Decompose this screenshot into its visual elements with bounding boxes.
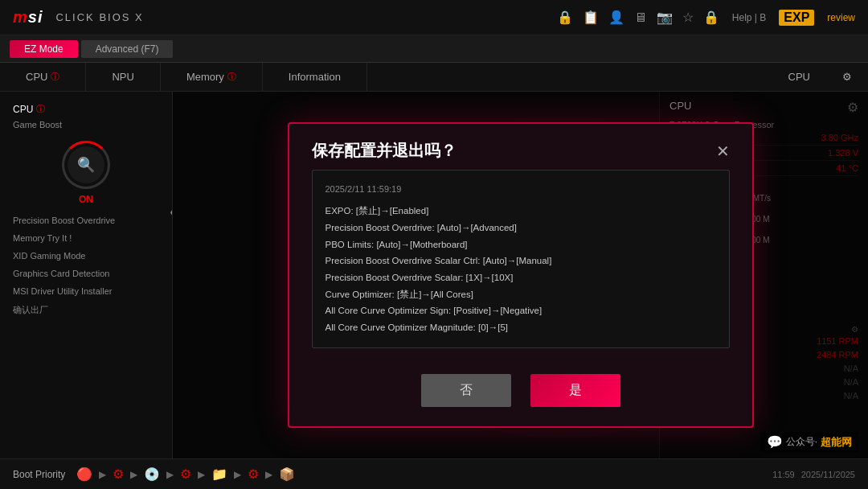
tab-cpu-right[interactable]: CPU: [772, 63, 826, 91]
dialog-title: 保存配置并退出吗？: [312, 140, 457, 162]
on-badge: ON: [0, 194, 172, 205]
arrow-6: ▶: [265, 469, 272, 480]
sidebar-info-icon: ⓘ: [36, 103, 45, 115]
tab-cpu[interactable]: CPU ⓘ: [0, 63, 86, 91]
wm-prefix: 公众号·: [786, 435, 817, 449]
boot-icon-3[interactable]: 💿: [144, 466, 160, 482]
arrow-1: ▶: [99, 469, 106, 480]
arrow-3: ▶: [166, 469, 174, 480]
lock2-icon[interactable]: 🔒: [703, 10, 719, 25]
change-3: Precision Boost Overdrive Scalar Ctrl: […: [326, 253, 716, 269]
boot-icon-5[interactable]: 📁: [211, 466, 227, 482]
change-6: All Core Curve Optimizer Sign: [Positive…: [326, 302, 716, 319]
sidebar-item-memory-try[interactable]: Memory Try It !: [0, 229, 172, 247]
no-button[interactable]: 否: [421, 374, 511, 407]
info-icon-memory: ⓘ: [227, 71, 236, 83]
change-5: Curve Optimizer: [禁止]→[All Cores]: [326, 286, 716, 303]
right-panel: CPU ⚙ 7 9700X 8-Core Processor 3.80 GHz …: [173, 92, 868, 458]
boot-icon-2[interactable]: ⚙: [113, 466, 124, 482]
sidebar-cpu-title: CPU ⓘ: [0, 100, 172, 118]
magnify-icon: 🔍: [77, 156, 95, 174]
advanced-mode-button[interactable]: Advanced (F7): [81, 40, 174, 58]
save-exit-dialog: 保存配置并退出吗？ ✕ 2025/2/11 11:59:19 EXPO: [禁止…: [288, 122, 754, 427]
change-7: All Core Curve Optimizer Magnitude: [0]→…: [326, 319, 716, 336]
change-4: Precision Boost Overdrive Scalar: [1X]→[…: [326, 269, 716, 286]
nav-tabs: CPU ⓘ NPU Memory ⓘ Information CPU ⚙: [0, 63, 868, 92]
main-layout: CPU ⓘ Game Boost 🔍 ON ❮ Precision Boost …: [0, 92, 868, 458]
bios-title: CLICK BIOS X: [55, 11, 143, 23]
tab-information[interactable]: Information: [263, 63, 367, 91]
cpu-gauge: 🔍: [62, 141, 110, 189]
sidebar-item-factory[interactable]: 确认出厂: [0, 300, 172, 320]
dialog-timestamp: 2025/2/11 11:59:19: [326, 182, 716, 198]
clipboard-icon[interactable]: 📋: [583, 10, 599, 25]
star-icon[interactable]: ☆: [682, 10, 694, 25]
arrow-5: ▶: [234, 469, 241, 480]
ez-mode-button[interactable]: EZ Mode: [10, 40, 78, 58]
dialog-close-button[interactable]: ✕: [716, 143, 730, 159]
dialog-overlay: 保存配置并退出吗？ ✕ 2025/2/11 11:59:19 EXPO: [禁止…: [173, 92, 868, 458]
dialog-footer: 否 是: [289, 361, 752, 426]
mode-bar: EZ Mode Advanced (F7): [0, 35, 868, 63]
boot-icon-1[interactable]: 🔴: [76, 466, 92, 482]
dialog-header: 保存配置并退出吗？ ✕: [289, 124, 752, 170]
lock-icon[interactable]: 🔒: [557, 10, 573, 25]
monitor-icon[interactable]: 🖥: [634, 10, 647, 25]
boot-priority-label: Boot Priority: [13, 469, 65, 480]
change-0: EXPO: [禁止]→[Enabled]: [326, 203, 716, 220]
change-1: Precision Boost Overdrive: [Auto]→[Advan…: [326, 220, 716, 236]
boot-icon-7[interactable]: 📦: [279, 466, 295, 482]
header-icons: 🔒 📋 👤 🖥 📷 ☆ 🔒: [557, 10, 719, 25]
user-icon[interactable]: 👤: [608, 10, 624, 25]
sidebar: CPU ⓘ Game Boost 🔍 ON ❮ Precision Boost …: [0, 92, 173, 458]
watermark: 💬 公众号· 超能网: [760, 432, 858, 452]
dialog-content-box: 2025/2/11 11:59:19 EXPO: [禁止]→[Enabled] …: [312, 170, 730, 347]
exp-badge: EXP: [779, 10, 814, 26]
exp-preview: review: [827, 12, 855, 23]
sidebar-subtitle: Game Boost: [0, 118, 172, 136]
wechat-icon: 💬: [767, 434, 783, 450]
help-text: Help | B: [732, 12, 766, 23]
camera-icon[interactable]: 📷: [657, 10, 673, 25]
info-icon-cpu: ⓘ: [51, 71, 59, 83]
yes-button[interactable]: 是: [530, 374, 620, 407]
bottom-bar: Boot Priority 🔴 ▶ ⚙ ▶ 💿 ▶ ⚙ ▶ 📁 ▶ ⚙ ▶ 📦 …: [0, 458, 868, 489]
tab-npu[interactable]: NPU: [86, 63, 160, 91]
sidebar-item-gpu-detect[interactable]: Graphics Card Detection: [0, 265, 172, 282]
boot-icon-6[interactable]: ⚙: [248, 466, 259, 482]
sidebar-item-xid-gaming[interactable]: XID Gaming Mode: [0, 247, 172, 265]
date-display: 2025/11/2025: [801, 470, 855, 479]
dialog-body: 2025/2/11 11:59:19 EXPO: [禁止]→[Enabled] …: [289, 170, 752, 360]
msi-logo: msi: [13, 8, 43, 27]
settings-gear-icon[interactable]: ⚙: [826, 63, 868, 91]
arrow-4: ▶: [198, 469, 205, 480]
sidebar-item-pbo[interactable]: Precision Boost Overdrive: [0, 212, 172, 229]
boot-icon-4[interactable]: ⚙: [180, 466, 191, 482]
header: msi CLICK BIOS X 🔒 📋 👤 🖥 📷 ☆ 🔒 Help | B …: [0, 0, 868, 35]
time-display: 11:59: [772, 470, 795, 479]
wm-site: 超能网: [821, 435, 852, 450]
change-2: PBO Limits: [Auto]→[Motherboard]: [326, 236, 716, 253]
tab-memory[interactable]: Memory ⓘ: [161, 63, 263, 91]
sidebar-item-msi-driver[interactable]: MSI Driver Utility Installer: [0, 282, 172, 300]
arrow-2: ▶: [130, 469, 137, 480]
